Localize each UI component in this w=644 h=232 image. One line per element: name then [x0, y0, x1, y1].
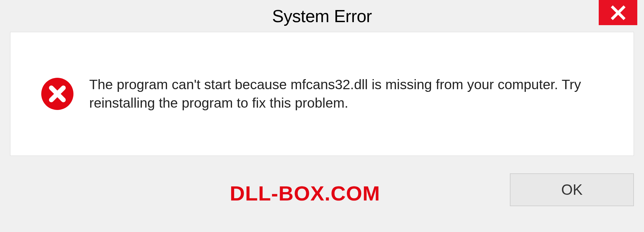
- dialog-footer: DLL-BOX.COM OK: [7, 156, 637, 231]
- titlebar: System Error: [7, 0, 637, 32]
- watermark-text: DLL-BOX.COM: [230, 181, 380, 205]
- error-dialog: System Error The program can't start bec…: [7, 0, 637, 232]
- content-panel: The program can't start because mfcans32…: [10, 32, 634, 156]
- ok-button[interactable]: OK: [510, 173, 634, 206]
- error-icon: [41, 77, 74, 111]
- dialog-title: System Error: [272, 6, 372, 26]
- close-button[interactable]: [599, 0, 637, 25]
- close-icon: [610, 5, 626, 21]
- error-message: The program can't start because mfcans32…: [89, 75, 607, 113]
